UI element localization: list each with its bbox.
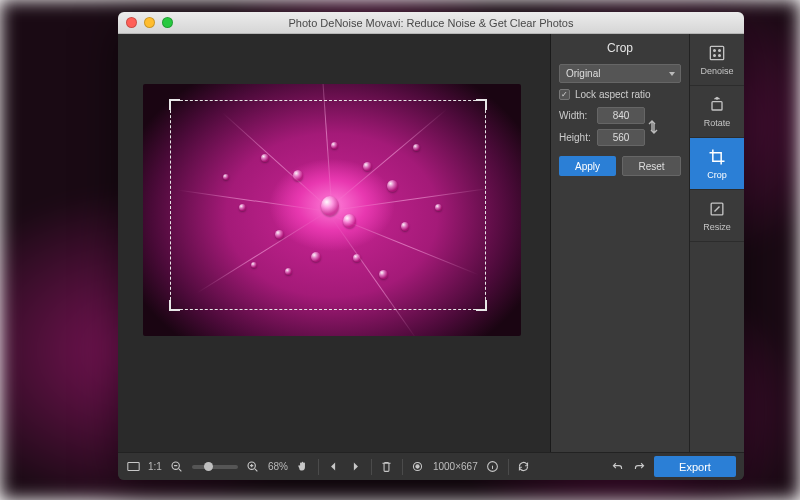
height-input[interactable]: 560 (597, 129, 645, 146)
width-label: Width: (559, 110, 597, 121)
svg-rect-0 (710, 46, 723, 59)
info-button[interactable] (486, 460, 500, 474)
zoom-slider[interactable] (192, 465, 238, 469)
svg-point-3 (714, 55, 716, 57)
delete-button[interactable] (380, 460, 394, 474)
canvas-area[interactable] (118, 34, 550, 452)
window-title: Photo DeNoise Movavi: Reduce Noise & Get… (118, 17, 744, 29)
minimize-window-button[interactable] (144, 17, 155, 28)
lock-aspect-checkbox[interactable]: ✓ (559, 89, 570, 100)
app-window: Photo DeNoise Movavi: Reduce Noise & Get… (118, 12, 744, 480)
hand-tool-button[interactable] (296, 460, 310, 474)
svg-rect-7 (127, 462, 138, 470)
svg-point-11 (416, 465, 419, 468)
height-label: Height: (559, 132, 597, 143)
refresh-button[interactable] (517, 460, 531, 474)
tool-denoise-label: Denoise (700, 66, 733, 76)
zoom-out-button[interactable] (170, 460, 184, 474)
denoise-icon (707, 43, 727, 63)
tool-strip: Denoise Rotate Crop Resize (690, 34, 744, 452)
zoom-window-button[interactable] (162, 17, 173, 28)
lock-aspect-row: ✓ Lock aspect ratio (559, 89, 681, 100)
tool-rotate-label: Rotate (704, 118, 731, 128)
app-body: Crop Original ✓ Lock aspect ratio Width:… (118, 34, 744, 452)
undo-button[interactable] (610, 460, 624, 474)
panel-title: Crop (551, 34, 689, 64)
apply-button[interactable]: Apply (559, 156, 616, 176)
tool-crop[interactable]: Crop (690, 138, 744, 190)
bottom-bar: 1:1 68% 1000×667 Export (118, 452, 744, 480)
svg-point-1 (714, 50, 716, 52)
svg-rect-5 (712, 102, 722, 110)
tool-resize[interactable]: Resize (690, 190, 744, 242)
rotate-icon (707, 95, 727, 115)
zoom-1to1-button[interactable]: 1:1 (148, 461, 162, 472)
redo-button[interactable] (632, 460, 646, 474)
lock-aspect-label: Lock aspect ratio (575, 89, 651, 100)
aspect-ratio-value: Original (566, 68, 600, 79)
zoom-in-button[interactable] (246, 460, 260, 474)
crop-icon (707, 147, 727, 167)
aspect-ratio-select[interactable]: Original (559, 64, 681, 83)
swap-dimensions-button[interactable] (645, 111, 661, 143)
swap-icon (645, 119, 661, 135)
svg-point-2 (719, 50, 721, 52)
tool-denoise[interactable]: Denoise (690, 34, 744, 86)
prev-button[interactable] (327, 460, 341, 474)
close-window-button[interactable] (126, 17, 137, 28)
svg-point-4 (719, 55, 721, 57)
zoom-percent-label: 68% (268, 461, 288, 472)
image-dimensions-label: 1000×667 (433, 461, 478, 472)
tool-resize-label: Resize (703, 222, 731, 232)
photo-preview (143, 84, 521, 336)
next-button[interactable] (349, 460, 363, 474)
reset-button[interactable]: Reset (622, 156, 681, 176)
window-controls (126, 17, 173, 28)
resize-icon (707, 199, 727, 219)
export-button[interactable]: Export (654, 456, 736, 477)
tool-rotate[interactable]: Rotate (690, 86, 744, 138)
titlebar: Photo DeNoise Movavi: Reduce Noise & Get… (118, 12, 744, 34)
tool-crop-label: Crop (707, 170, 727, 180)
width-input[interactable]: 840 (597, 107, 645, 124)
fit-screen-button[interactable] (126, 460, 140, 474)
compare-button[interactable] (411, 460, 425, 474)
crop-panel: Crop Original ✓ Lock aspect ratio Width:… (551, 34, 690, 452)
